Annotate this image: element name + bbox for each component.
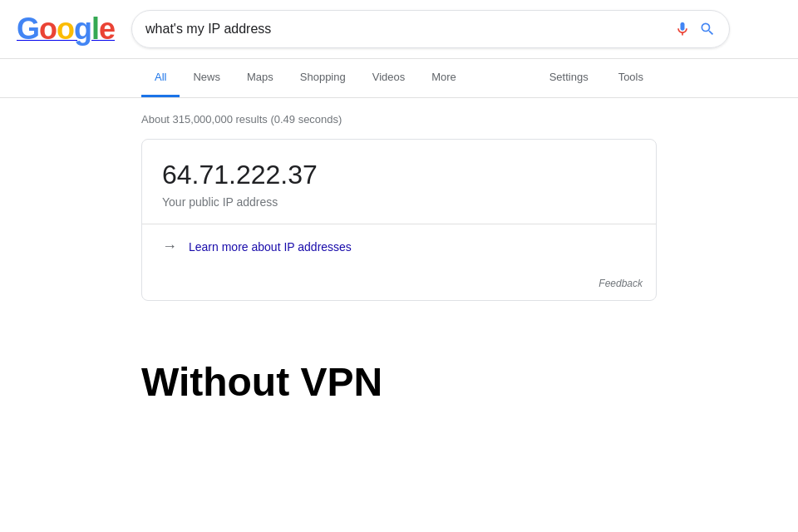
logo-letter-l: l bbox=[91, 12, 99, 46]
without-vpn-heading: Without VPN bbox=[141, 359, 657, 405]
logo-letter-g: G bbox=[17, 12, 39, 46]
featured-card: 64.71.222.37 Your public IP address → Le… bbox=[141, 139, 657, 301]
feedback-row: Feedback bbox=[142, 268, 656, 300]
search-input[interactable] bbox=[145, 22, 674, 37]
results-area: About 315,000,000 results (0.49 seconds)… bbox=[0, 98, 798, 334]
search-bar bbox=[131, 10, 730, 48]
nav-left: All News Maps Shopping Videos More bbox=[141, 59, 536, 97]
ip-label: Your public IP address bbox=[162, 195, 636, 209]
logo-letter-g2: g bbox=[74, 12, 91, 46]
logo-letter-e: e bbox=[99, 12, 115, 46]
nav-right: Settings Tools bbox=[536, 59, 657, 97]
logo-letter-o1: o bbox=[39, 12, 57, 46]
ip-address: 64.71.222.37 bbox=[162, 160, 636, 190]
feedback-link[interactable]: Feedback bbox=[598, 278, 643, 289]
ip-section: 64.71.222.37 Your public IP address bbox=[142, 140, 656, 224]
tab-videos[interactable]: Videos bbox=[359, 59, 419, 97]
tab-news[interactable]: News bbox=[180, 59, 234, 97]
tab-maps[interactable]: Maps bbox=[234, 59, 287, 97]
learn-more-section: → Learn more about IP addresses bbox=[142, 224, 656, 268]
search-icon[interactable] bbox=[699, 21, 716, 37]
tab-tools[interactable]: Tools bbox=[605, 59, 657, 97]
search-icons bbox=[674, 21, 716, 37]
logo-letter-o2: o bbox=[57, 12, 74, 46]
header: Google bbox=[0, 0, 798, 59]
without-vpn-section: Without VPN bbox=[0, 334, 798, 430]
tab-settings[interactable]: Settings bbox=[536, 59, 602, 97]
mic-icon[interactable] bbox=[674, 21, 691, 37]
arrow-right-icon: → bbox=[162, 238, 177, 255]
tab-all[interactable]: All bbox=[141, 59, 180, 97]
google-logo[interactable]: Google bbox=[17, 12, 115, 47]
learn-more-link[interactable]: Learn more about IP addresses bbox=[189, 240, 352, 254]
tab-more[interactable]: More bbox=[418, 59, 470, 97]
nav-tabs: All News Maps Shopping Videos More Setti… bbox=[0, 59, 798, 98]
results-stats: About 315,000,000 results (0.49 seconds) bbox=[141, 106, 657, 139]
tab-shopping[interactable]: Shopping bbox=[287, 59, 359, 97]
